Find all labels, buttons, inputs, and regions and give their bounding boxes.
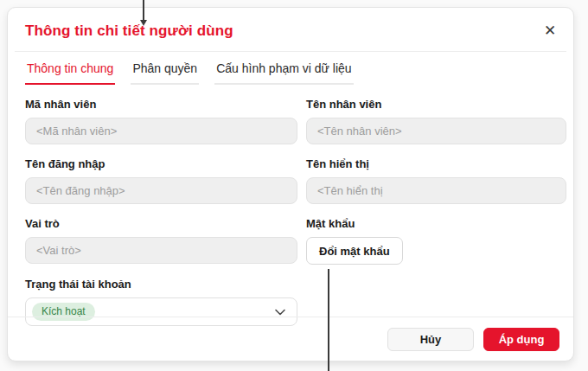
annotation-line-title: [143, 0, 144, 21]
apply-button[interactable]: Áp dụng: [483, 328, 559, 351]
cancel-button[interactable]: Hủy: [387, 328, 474, 351]
close-icon[interactable]: ✕: [540, 21, 559, 40]
employee-code-label: Mã nhân viên: [25, 98, 297, 111]
header-divider: [15, 51, 566, 52]
dialog-header: Thông tin chi tiết người dùng ✕: [8, 8, 573, 51]
field-login-name: Tên đăng nhập: [25, 157, 297, 204]
field-role: Vai trò: [25, 217, 297, 265]
employee-name-input[interactable]: [306, 118, 566, 144]
role-label: Vai trò: [25, 217, 297, 230]
role-input[interactable]: [25, 237, 297, 264]
tab-cau-hinh-pham-vi-du-lieu[interactable]: Cấu hình phạm vi dữ liệu: [214, 61, 353, 85]
annotation-line-password: [328, 269, 329, 371]
field-employee-name: Tên nhân viên: [306, 98, 566, 144]
tab-thong-tin-chung[interactable]: Thông tin chung: [25, 61, 115, 85]
annotation-arrowhead: [140, 20, 147, 26]
login-name-label: Tên đăng nhập: [25, 157, 297, 170]
user-detail-dialog: Thông tin chi tiết người dùng ✕ Thông ti…: [7, 7, 574, 361]
display-name-input[interactable]: [306, 177, 566, 204]
field-display-name: Tên hiển thị: [306, 157, 566, 204]
employee-code-input[interactable]: [25, 118, 297, 144]
tab-bar: Thông tin chung Phân quyền Cấu hình phạm…: [25, 61, 556, 85]
dialog-title: Thông tin chi tiết người dùng: [25, 22, 556, 40]
field-password: Mật khẩu Đổi mật khẩu: [306, 217, 566, 265]
employee-name-label: Tên nhân viên: [306, 98, 566, 111]
field-employee-code: Mã nhân viên: [25, 98, 297, 144]
change-password-button[interactable]: Đổi mật khẩu: [306, 237, 403, 265]
account-status-label: Trạng thái tài khoản: [25, 278, 297, 291]
form: Mã nhân viên Tên nhân viên Tên đăng nhập…: [25, 98, 566, 339]
dialog-footer: Hủy Áp dụng: [8, 317, 573, 361]
display-name-label: Tên hiển thị: [306, 157, 566, 170]
tab-phan-quyen[interactable]: Phân quyền: [131, 61, 199, 85]
password-label: Mật khẩu: [306, 217, 566, 230]
login-name-input[interactable]: [25, 177, 297, 204]
